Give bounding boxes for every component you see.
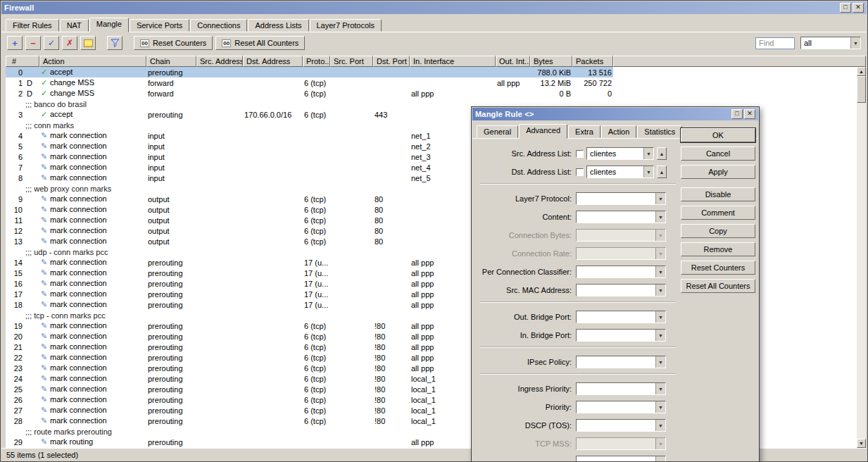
checkbox[interactable] (576, 150, 584, 158)
cancel-button[interactable]: Cancel (681, 146, 755, 161)
header-col-bytes[interactable]: Bytes (530, 56, 572, 67)
ok-button[interactable]: OK (681, 128, 755, 142)
chevron-down-icon[interactable]: ▼ (655, 230, 665, 241)
header-col-packets[interactable]: Packets (572, 56, 613, 67)
chevron-down-icon[interactable]: ▼ (655, 193, 665, 204)
rule-number: 3 (7, 111, 23, 119)
combo-per-connection-classifier[interactable]: ▼ (576, 266, 666, 278)
header-col-action[interactable]: Action (39, 56, 146, 67)
close-icon[interactable]: ✕ (853, 3, 864, 13)
tab-filter-rules[interactable]: Filter Rules (6, 19, 59, 32)
collapse-up-icon[interactable]: ▲ (657, 147, 667, 160)
collapse-up-icon[interactable]: ▲ (657, 166, 667, 178)
rule-row-2[interactable]: 2D✓change MSSforward6 (tcp)all ppp0 B0 (6, 88, 613, 99)
header-col-chain[interactable]: Chain (146, 56, 196, 67)
enable-button[interactable]: ✓ (44, 36, 59, 50)
rule-row-0[interactable]: 0✓acceptprerouting788.0 KiB13 516 (6, 67, 613, 77)
tab-mangle[interactable]: Mangle (89, 18, 129, 32)
reset-counters-button[interactable]: Reset Counters (681, 261, 755, 275)
combo-clipped[interactable]: ▼ (576, 456, 666, 462)
scroll-up-icon[interactable]: ▲ (857, 67, 866, 76)
remove-button[interactable]: − (25, 36, 41, 50)
remove-button[interactable]: Remove (681, 242, 755, 256)
chevron-down-icon[interactable]: ▼ (655, 456, 665, 462)
field-label: Src. MAC Address: (477, 286, 576, 294)
comment-button[interactable] (80, 36, 96, 50)
combo-dscp-tos[interactable]: ▼ (576, 419, 666, 432)
chevron-down-icon[interactable]: ▼ (655, 438, 665, 449)
field-label: DSCP (TOS): (477, 421, 576, 430)
combo-connection-rate[interactable]: ▼ (576, 247, 666, 260)
header-col-dst-port[interactable]: Dst. Port (373, 56, 410, 67)
chevron-down-icon[interactable]: ▼ (643, 148, 653, 159)
combo-in-bridge-port[interactable]: ▼ (576, 329, 666, 342)
scrollbar-thumb[interactable] (857, 76, 866, 103)
col-chain: output (146, 206, 196, 214)
combo-tcp-mss[interactable]: ▼ (576, 437, 666, 450)
combo-src-address-list[interactable]: clientes▼ (586, 147, 654, 160)
combo-src-mac-address[interactable]: ▼ (576, 284, 666, 296)
chevron-down-icon[interactable]: ▼ (655, 311, 665, 323)
scroll-down-icon[interactable]: ▼ (857, 439, 866, 448)
header-col-in-interface[interactable]: In. Interface (410, 56, 496, 67)
chevron-down-icon[interactable]: ▼ (643, 166, 653, 177)
filter-scope-select[interactable]: all ▼ (800, 37, 861, 49)
chevron-down-icon[interactable]: ▼ (850, 37, 860, 49)
action-label: mark connection (50, 279, 107, 287)
combo-content[interactable]: ▼ (576, 211, 666, 223)
reset-all-counters-button[interactable]: Reset All Counters (681, 279, 755, 293)
chevron-down-icon[interactable]: ▼ (655, 330, 665, 341)
tab-action[interactable]: Action (601, 125, 637, 138)
tab-advanced[interactable]: Advanced (519, 124, 567, 139)
rule-row-1[interactable]: 1D✓change MSSforward6 (tcp)all ppp13.2 M… (6, 77, 613, 88)
field-label: Dst. Address List: (477, 168, 576, 176)
copy-button[interactable]: Copy (681, 224, 755, 238)
reset-all-counters-button[interactable]: 00 Reset All Counters (215, 36, 305, 50)
disable-button[interactable]: Disable (681, 187, 755, 201)
comment-button[interactable]: Comment (681, 206, 755, 220)
tab-extra[interactable]: Extra (568, 125, 600, 138)
tab-address-lists[interactable]: Address Lists (248, 19, 308, 32)
vertical-scrollbar[interactable]: ▲ ▼ (857, 67, 866, 448)
combo-out-bridge-port[interactable]: ▼ (576, 311, 666, 323)
combo-priority[interactable]: ▼ (576, 401, 666, 413)
chevron-down-icon[interactable]: ▼ (655, 211, 665, 223)
tab-service-ports[interactable]: Service Ports (130, 19, 189, 32)
tab-layer7-protocols[interactable]: Layer7 Protocols (310, 19, 382, 32)
chevron-down-icon[interactable]: ▼ (655, 356, 665, 368)
combo-layer7-protocol[interactable]: ▼ (576, 192, 666, 205)
combo-dst-address-list[interactable]: clientes▼ (586, 166, 654, 178)
tab-statistics[interactable]: Statistics (637, 125, 682, 138)
header-col-src-port[interactable]: Src. Port (330, 56, 373, 67)
combo-connection-bytes[interactable]: ▼ (576, 229, 666, 242)
apply-button[interactable]: Apply (681, 165, 755, 179)
add-button[interactable]: + (7, 36, 23, 50)
chevron-down-icon[interactable]: ▼ (655, 285, 665, 296)
maximize-icon[interactable]: □ (840, 3, 851, 13)
tab-connections[interactable]: Connections (190, 19, 247, 32)
checkbox[interactable] (576, 168, 584, 176)
header-col-out-interface[interactable]: Out. Int... (496, 56, 530, 67)
combo-ipsec-policy[interactable]: ▼ (576, 356, 666, 368)
chevron-down-icon[interactable]: ▼ (655, 383, 665, 394)
field-label: Connection Bytes: (477, 231, 576, 239)
disable-button[interactable]: ✗ (62, 36, 77, 50)
field-priority: Priority:▼ (477, 400, 676, 414)
header-col-dst-address[interactable]: Dst. Address (243, 56, 303, 67)
chevron-down-icon[interactable]: ▼ (655, 266, 665, 277)
chevron-down-icon[interactable]: ▼ (655, 420, 665, 431)
header-col-number[interactable]: # (6, 56, 39, 67)
dialog-close-icon[interactable]: ✕ (744, 109, 755, 119)
pin-icon[interactable]: □ (731, 109, 743, 119)
header-col-protocol[interactable]: Proto... (303, 56, 330, 67)
chevron-down-icon[interactable]: ▼ (655, 248, 665, 259)
header-col-src-address[interactable]: Src. Address (196, 56, 243, 67)
reset-counters-label: Reset Counters (153, 39, 206, 47)
tab-nat[interactable]: NAT (60, 19, 89, 32)
filter-button[interactable] (107, 36, 122, 50)
reset-counters-button[interactable]: 00 Reset Counters (134, 36, 213, 50)
chevron-down-icon[interactable]: ▼ (655, 401, 665, 413)
combo-ingress-priority[interactable]: ▼ (576, 382, 666, 395)
tab-general[interactable]: General (477, 125, 518, 138)
find-input[interactable] (755, 37, 795, 49)
